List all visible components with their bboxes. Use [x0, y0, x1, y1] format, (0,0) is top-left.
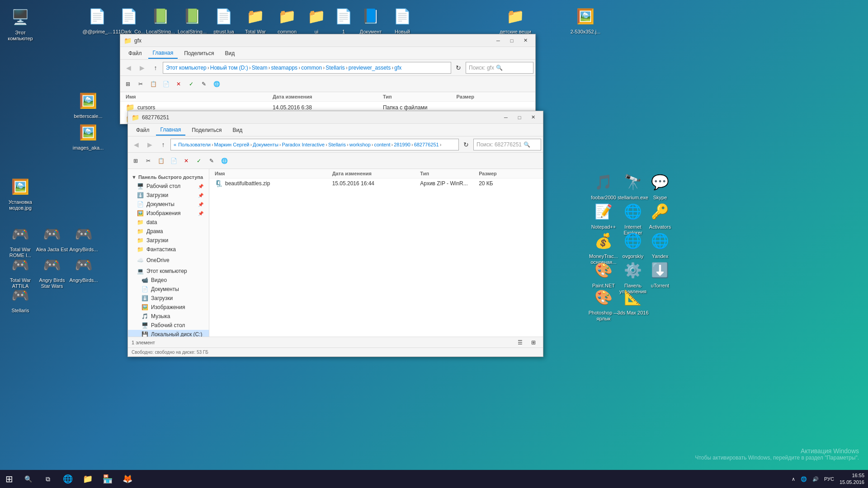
mod-bc-9[interactable]: 281990	[394, 142, 410, 147]
desktop-icon-img2[interactable]: 🖼️ 2-530x352.j...	[567, 4, 604, 37]
desktop-icon-angrybirds2[interactable]: 🎮 AngryBirds...	[66, 252, 102, 285]
start-button[interactable]: ⊞	[0, 470, 18, 488]
mod-bc-10[interactable]: 682776251	[414, 142, 439, 147]
gfx-back-button[interactable]: ◀	[122, 61, 135, 74]
desktop-icon-alea[interactable]: 🎮 Alea Jacta Est	[34, 221, 70, 254]
mod-bc-5[interactable]: Paradox Interactive	[282, 142, 325, 147]
mod-bc-4[interactable]: Документы	[253, 142, 278, 147]
desktop-icon-file4[interactable]: 📗 LocalString...	[174, 4, 210, 37]
sidebar-item-images[interactable]: 🖼️ Изображения 📌	[128, 209, 209, 218]
sidebar-item-docs[interactable]: 📄 Документы	[128, 285, 209, 294]
gfx-breadcrumb-3[interactable]: Steam	[252, 65, 268, 71]
sidebar-item-thispc[interactable]: 💻 Этот компьютер	[128, 267, 209, 276]
gfx-minimize-button[interactable]: ─	[492, 36, 505, 45]
mod-bc-7[interactable]: workshop	[349, 142, 371, 147]
tray-volume[interactable]: 🔊	[811, 475, 821, 483]
sidebar-item-video[interactable]: 📹 Видео	[128, 276, 209, 285]
mod-back-button[interactable]: ◀	[130, 138, 142, 151]
mod-refresh-button[interactable]: ↻	[460, 138, 472, 151]
desktop-icon-angry-sw[interactable]: 🎮 Angry Birds Star Wars	[34, 252, 70, 291]
gfx-cut-btn[interactable]: ✂	[135, 78, 146, 90]
gfx-copy-btn[interactable]: 📋	[147, 78, 159, 90]
sidebar-item-pics[interactable]: 🖼️ Изображения	[128, 303, 209, 312]
mod-rename-btn[interactable]: ✎	[206, 155, 217, 167]
sidebar-item-desktop[interactable]: 🖥️ Рабочий стол 📌	[128, 182, 209, 191]
sidebar-item-data[interactable]: 📁 data	[128, 218, 209, 227]
taskbar-explorer-button[interactable]: 📁	[78, 470, 98, 488]
gfx-breadcrumb-4[interactable]: steamapps	[271, 65, 297, 71]
mod-close-button[interactable]: ✕	[527, 113, 539, 122]
gfx-tab-home[interactable]: Главная	[148, 48, 178, 59]
mod-tile-view[interactable]: ⊞	[528, 337, 539, 348]
desktop-icon-file5[interactable]: 📄 ptrust.lua	[206, 4, 242, 37]
sidebar-item-drama[interactable]: 📁 Драма	[128, 227, 209, 236]
gfx-globe-btn[interactable]: 🌐	[211, 78, 222, 90]
sidebar-item-rdeskop[interactable]: 🖥️ Рабочий стол	[128, 321, 209, 330]
mod-bc-6[interactable]: Stellaris	[328, 142, 346, 147]
mod-bc-3[interactable]: Маркин Сергей	[214, 142, 250, 147]
gfx-refresh-button[interactable]: ↻	[452, 61, 465, 74]
mod-copy-btn[interactable]: 📋	[155, 155, 167, 167]
mod-check-btn[interactable]: ✓	[193, 155, 205, 167]
taskbar-task-view-button[interactable]: ⧉	[38, 470, 58, 488]
gfx-address-bar[interactable]: Этот компьютер › Новый том (D:) › Steam …	[163, 62, 451, 74]
gfx-paste-btn[interactable]: 📄	[160, 78, 172, 90]
desktop-icon-file3[interactable]: 📗 LocalString...	[142, 4, 179, 37]
sidebar-item-downloads2[interactable]: 📁 Загрузки	[128, 236, 209, 245]
tray-up-arrow[interactable]: ∧	[790, 475, 797, 483]
sidebar-item-cdrive[interactable]: 💾 Локальный диск (C:)	[128, 330, 209, 337]
mod-tab-share[interactable]: Поделиться	[187, 125, 226, 135]
sidebar-item-documents[interactable]: 📄 Документы 📌	[128, 200, 209, 209]
desktop-icon-skype[interactable]: 💬 Skype	[642, 169, 678, 202]
mod-tab-home[interactable]: Главная	[156, 125, 186, 136]
gfx-tab-file[interactable]: Файл	[124, 48, 146, 58]
gfx-delete-btn[interactable]: ✕	[173, 78, 184, 90]
gfx-tab-view[interactable]: Вид	[220, 48, 239, 58]
mod-tab-file[interactable]: Файл	[132, 125, 154, 135]
tray-network[interactable]: 🌐	[799, 475, 809, 483]
mod-bc-8[interactable]: content	[374, 142, 390, 147]
gfx-tab-share[interactable]: Поделиться	[179, 48, 218, 58]
mod-forward-button[interactable]: ▶	[143, 138, 156, 151]
mod-tab-view[interactable]: Вид	[228, 125, 247, 135]
taskbar-browser-button[interactable]: 🦊	[118, 470, 137, 488]
desktop-icon-activators[interactable]: 🔑 Activators	[642, 199, 678, 232]
sidebar-item-fantasy[interactable]: 📁 Фантастика	[128, 245, 209, 254]
mod-cut-btn[interactable]: ✂	[142, 155, 154, 167]
gfx-maximize-button[interactable]: □	[505, 36, 518, 45]
gfx-close-button[interactable]: ✕	[519, 36, 532, 45]
desktop-icon-file1[interactable]: 📄 @@prime_...	[79, 4, 115, 37]
sidebar-item-dl[interactable]: ⬇️ Загрузки	[128, 294, 209, 303]
desktop-icon-file2[interactable]: 📄 111Dark_Co...	[111, 4, 147, 37]
gfx-breadcrumb-5[interactable]: common	[301, 65, 322, 71]
gfx-breadcrumb-1[interactable]: Этот компьютер	[166, 65, 207, 71]
desktop-icon-3dsmax[interactable]: 📐 3ds Max 2016	[615, 285, 651, 318]
gfx-search-box[interactable]: Поиск: gfx 🔍	[466, 62, 533, 74]
desktop-icon-ustanovka[interactable]: 🖼️ Установка модов.jpg	[2, 174, 38, 213]
mod-detail-view[interactable]: ☰	[514, 337, 526, 348]
mod-up-button[interactable]: ↑	[157, 138, 170, 151]
desktop-icon-this-pc[interactable]: 🖥️ Этот компьютер	[2, 5, 38, 43]
gfx-breadcrumb-7[interactable]: previewer_assets	[349, 65, 391, 71]
mod-bc-1[interactable]: «	[174, 142, 176, 147]
desktop-icon-baby[interactable]: 📁 детские вещи	[497, 4, 533, 37]
mod-minimize-button[interactable]: ─	[500, 113, 512, 122]
mod-titlebar[interactable]: 📁 682776251 ─ □ ✕	[128, 111, 543, 124]
taskbar-store-button[interactable]: 🏪	[98, 470, 118, 488]
table-row[interactable]: 🗜️ beautifulbattles.zip 15.05.2016 16:44…	[209, 178, 543, 188]
mod-view-btn[interactable]: ⊞	[130, 155, 142, 167]
desktop-icon-stellaris[interactable]: 🎮 Stellaris	[2, 282, 38, 315]
taskbar-search-button[interactable]: 🔍	[18, 470, 38, 488]
sidebar-item-music[interactable]: 🎵 Музыка	[128, 312, 209, 321]
taskbar-clock[interactable]: 16:55 15.05.2016	[840, 472, 868, 486]
sidebar-item-onedrive[interactable]: ☁️ OneDrive	[128, 256, 209, 265]
gfx-breadcrumb-8[interactable]: gfx	[394, 65, 401, 71]
desktop-icon-yandex[interactable]: 🌐 Yandex	[642, 228, 678, 261]
desktop-icon-betterscale[interactable]: 🖼️ betterscale...	[70, 88, 106, 121]
mod-globe-btn[interactable]: 🌐	[218, 155, 230, 167]
gfx-rename-btn[interactable]: ✎	[198, 78, 210, 90]
gfx-forward-button[interactable]: ▶	[136, 61, 148, 74]
mod-search-box[interactable]: Поиск: 682776251 🔍	[473, 139, 541, 150]
gfx-check-btn[interactable]: ✓	[185, 78, 197, 90]
desktop-icon-angrybirds1[interactable]: 🎮 AngryBirds...	[66, 221, 102, 254]
